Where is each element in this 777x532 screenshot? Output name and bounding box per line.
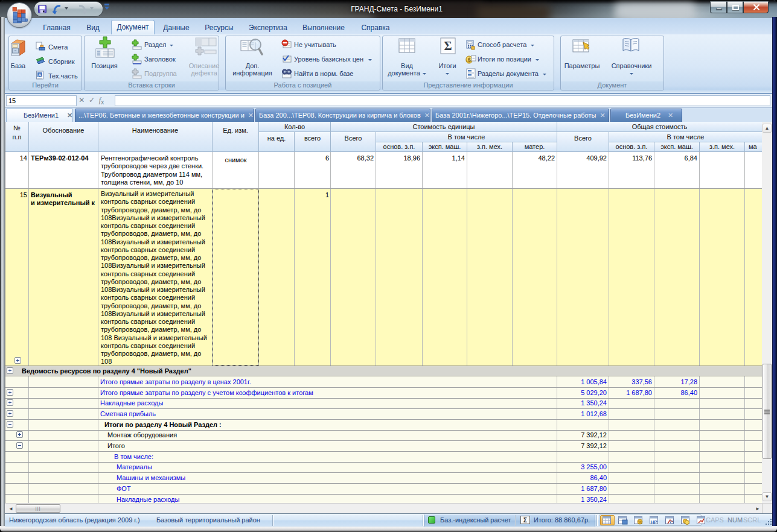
svg-text:A: A (38, 72, 42, 78)
svg-text:$: $ (468, 57, 471, 63)
svg-text:%: % (638, 520, 642, 524)
svg-text:Σ: Σ (444, 39, 452, 52)
svg-text:HP: HP (650, 519, 657, 525)
